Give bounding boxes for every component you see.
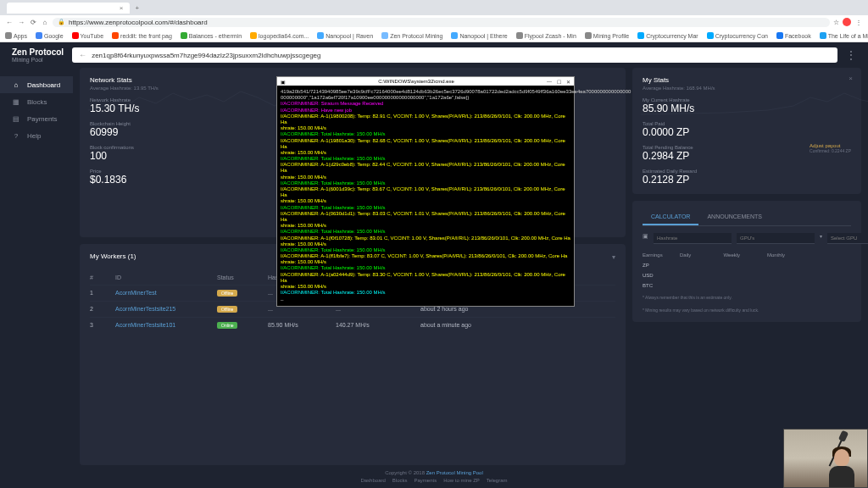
panel-title: My Workers (1) [90, 252, 136, 260]
terminal-line: I/ACORNMINER: Total Hashrate: 150.00 MH/… [281, 247, 570, 253]
terminal-body[interactable]: 419a20b541/72143940985ee7e39c9cfFc721640… [277, 86, 574, 306]
panel-title: My Stats [643, 76, 851, 84]
bookmark-item[interactable]: Cryptocurrency Mar [637, 32, 698, 39]
blocks-icon: ▦ [12, 97, 20, 106]
tab-title: Zen Protocol Mining Pool - Das [22, 4, 116, 12]
new-tab-button[interactable]: + [135, 4, 139, 12]
bookmark-item[interactable]: Facebook [776, 32, 811, 39]
sidebar-item-label: Payments [27, 115, 58, 123]
maximize-icon[interactable]: ☐ [557, 79, 561, 85]
bookmark-bar: AppsGoogleYouTubereddit: the front pagBa… [0, 29, 868, 42]
terminal-line: shrate: 150.00 MH/s [281, 223, 570, 229]
search-box[interactable]: ← [72, 47, 837, 63]
terminal-line: shrate: 150.00 MH/s [281, 198, 570, 204]
my-hashrate-chart [641, 85, 868, 119]
col-num: # [90, 270, 115, 285]
bookmark-item[interactable]: reddit: the front pag [112, 32, 172, 39]
footer-nav-link[interactable]: Payments [414, 478, 437, 483]
tab-calculator[interactable]: CALCULATOR [643, 209, 698, 225]
copyright-text: Copyright © 2018 [385, 470, 426, 475]
col-weekly: Weekly [724, 252, 765, 258]
terminal-title: C:\WINDOWS\system32\cmd.exe [378, 79, 454, 84]
menu-icon[interactable]: ⋮ [854, 18, 863, 26]
bookmark-item[interactable]: Nanopool | Raven [317, 32, 373, 39]
tab-favicon: ◈ [14, 4, 19, 12]
search-input[interactable] [92, 52, 831, 59]
sidebar-item-payments[interactable]: ▤ Payments [0, 110, 73, 127]
content: ⌂ Dashboard ▦ Blocks ▤ Payments ? Help [0, 68, 868, 465]
sidebar-item-label: Dashboard [27, 81, 60, 89]
terminal-line: I/ACORNMINER: A-1(ff1fbfe7): Temp: 83.07… [281, 253, 570, 259]
forward-icon[interactable]: → [17, 18, 25, 26]
bookmark-item[interactable]: Google [36, 32, 64, 39]
address-bar: ← → ⟳ ⌂ 🔒 https://www.zenprotocolpool.co… [0, 15, 868, 29]
sidebar-item-blocks[interactable]: ▦ Blocks [0, 93, 73, 110]
sidebar-item-help[interactable]: ? Help [0, 127, 73, 144]
col-id: ID [115, 270, 217, 285]
app-header: Zen Protocol Mining Pool ← ⋮ [0, 42, 868, 68]
terminal-line: I/ACORNMINER: Have new job [281, 108, 570, 114]
chevron-down-icon[interactable]: ▾ [820, 233, 822, 244]
bookmark-item[interactable]: Cryptocurrency Con [707, 32, 768, 39]
home-icon[interactable]: ⌂ [41, 18, 49, 26]
tab-announcements[interactable]: ANNOUNCEMENTS [698, 209, 771, 225]
bookmark-item[interactable]: Apps [5, 32, 27, 39]
reload-icon[interactable]: ⟳ [29, 18, 37, 26]
bookmark-item[interactable]: logopedia64.com... [250, 32, 309, 39]
calc-header-row: Earnings Daily Weekly Monthly [643, 252, 851, 258]
gpu-select[interactable] [827, 233, 868, 244]
bookmark-icon[interactable]: ☆ [833, 19, 839, 26]
network-stats-panel: Network Stats Average Hashrate: 13.95 TH… [80, 68, 626, 237]
my-stats-panel: × My Stats Average Hashrate: 168.94 MH/s… [632, 68, 861, 194]
search-back-icon[interactable]: ← [79, 51, 86, 59]
table-row[interactable]: 3AcornMinerTestsite101Online85.90 MH/s14… [90, 318, 615, 333]
hashrate-input[interactable] [654, 233, 732, 244]
terminal-line: _ [281, 296, 570, 302]
terminal-icon: ▣ [281, 79, 286, 85]
terminal-line: shrate: 150.00 MH/s [281, 284, 570, 290]
confirmed-text: Confirmed: 0.2244 ZP [810, 148, 851, 153]
bookmark-item[interactable]: Flypool Zcash - Min [516, 32, 576, 39]
terminal-line: I/ACORNMINER: Total Hashrate: 150.00 MH/… [281, 290, 570, 296]
header-menu-icon[interactable]: ⋮ [846, 49, 856, 61]
gpu-input[interactable] [737, 233, 815, 244]
bookmark-item[interactable]: Mining Profile [585, 32, 629, 39]
bookmark-item[interactable]: Zen Protocol Mining [381, 32, 442, 39]
main: Network Stats Average Hashrate: 13.95 TH… [73, 68, 868, 465]
calc-note-2: * Mining results may vary based on netwo… [643, 308, 851, 313]
terminal-line: shrate: 150.00 MH/s [281, 150, 570, 156]
footer-link[interactable]: Zen Protocol Mining Pool [426, 470, 483, 475]
terminal-titlebar[interactable]: ▣ C:\WINDOWS\system32\cmd.exe — ☐ ✕ [277, 77, 574, 86]
terminal-window[interactable]: ▣ C:\WINDOWS\system32\cmd.exe — ☐ ✕ 419a… [276, 76, 575, 307]
close-icon[interactable]: × [120, 4, 124, 12]
profile-avatar[interactable] [843, 18, 851, 26]
col-earnings: Earnings [643, 252, 676, 258]
bookmark-item[interactable]: YouTube [72, 32, 104, 39]
chevron-down-icon[interactable]: ▾ [612, 253, 615, 261]
bookmark-item[interactable]: Nanopool | Ethere [451, 32, 507, 39]
url-box[interactable]: 🔒 https://www.zenprotocolpool.com/#/dash… [53, 18, 830, 27]
adjust-payout-link[interactable]: Adjust payout Confirmed: 0.2244 ZP [810, 143, 851, 153]
bookmark-item[interactable]: Balances - ethermin [181, 32, 242, 39]
minimize-icon[interactable]: — [547, 79, 552, 85]
close-icon[interactable]: ✕ [566, 79, 570, 85]
back-icon[interactable]: ← [5, 18, 14, 26]
sidebar-item-dashboard[interactable]: ⌂ Dashboard [0, 76, 73, 93]
footer-nav-link[interactable]: Telegram [487, 478, 508, 483]
sidebar: ⌂ Dashboard ▦ Blocks ▤ Payments ? Help [0, 68, 73, 465]
terminal-line: shrate: 150.00 MH/s [281, 259, 570, 265]
browser-tab[interactable]: ◈ Zen Protocol Mining Pool - Das × [7, 3, 130, 14]
terminal-line: I/ACORNMINER: A-1(19801a30): Temp: 82.68… [281, 138, 570, 150]
close-icon[interactable]: × [849, 75, 853, 82]
footer-nav-link[interactable]: How to mine ZP [443, 478, 480, 483]
terminal-line: 419a20b541/72143940985ee7e39c9cfFc721640… [281, 89, 570, 95]
footer-nav-link[interactable]: Blocks [392, 478, 408, 483]
terminal-line: I/ACORNMINER: Total Hashrate: 150.00 MH/… [281, 265, 570, 271]
stat-item: Estimated Daily Reward0.2128 ZP [643, 169, 851, 186]
terminal-line: I/ACORNMINER: A-1(0630d1d1): Temp: 83.03… [281, 211, 570, 223]
bookmark-item[interactable]: The Life of a Miner [820, 32, 868, 39]
calc-row: BTC [643, 283, 851, 288]
col-daily: Daily [680, 252, 721, 258]
footer-nav-link[interactable]: Dashboard [360, 478, 385, 483]
sidebar-item-label: Help [27, 132, 41, 140]
